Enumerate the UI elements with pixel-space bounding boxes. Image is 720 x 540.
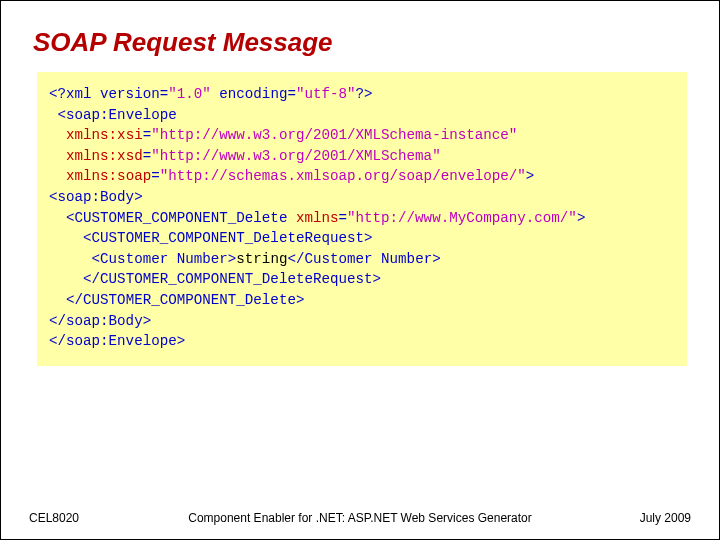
t: [49, 107, 58, 123]
t: xmlns: [296, 210, 339, 226]
t: </soap:Body>: [49, 313, 151, 329]
t: <CUSTOMER_COMPONENT_DeleteRequest>: [83, 230, 372, 246]
t: [49, 230, 83, 246]
t: </CUSTOMER_COMPONENT_Delete>: [66, 292, 304, 308]
t: <?xml version=: [49, 86, 168, 102]
t: string: [236, 251, 287, 267]
t: [49, 148, 66, 164]
footer-left: CEL8020: [29, 511, 79, 525]
t: >: [526, 168, 535, 184]
t: <soap:Body>: [49, 189, 143, 205]
t: ?>: [356, 86, 373, 102]
t: "1.0": [168, 86, 211, 102]
t: encoding=: [211, 86, 296, 102]
t: =: [151, 168, 160, 184]
slide-title: SOAP Request Message: [33, 27, 691, 58]
slide: SOAP Request Message <?xml version="1.0"…: [0, 0, 720, 540]
footer: CEL8020 Component Enabler for .NET: ASP.…: [29, 511, 691, 525]
t: </CUSTOMER_COMPONENT_DeleteRequest>: [83, 271, 381, 287]
t: </soap:Envelope>: [49, 333, 185, 349]
t: xmlns:soap: [66, 168, 151, 184]
t: "http://www.MyCompany.com/": [347, 210, 577, 226]
t: [49, 168, 66, 184]
t: [49, 210, 66, 226]
t: </Customer Number>: [287, 251, 440, 267]
footer-center: Component Enabler for .NET: ASP.NET Web …: [29, 511, 691, 525]
t: "http://www.w3.org/2001/XMLSchema": [151, 148, 440, 164]
t: [49, 251, 92, 267]
t: =: [143, 148, 152, 164]
t: =: [143, 127, 152, 143]
footer-right: July 2009: [640, 511, 691, 525]
t: [49, 271, 83, 287]
t: [49, 292, 66, 308]
t: xmlns:xsi: [66, 127, 143, 143]
t: <CUSTOMER_COMPONENT_Delete: [66, 210, 296, 226]
t: =: [338, 210, 347, 226]
t: xmlns:xsd: [66, 148, 143, 164]
t: "utf-8": [296, 86, 356, 102]
t: <Customer Number>: [92, 251, 237, 267]
t: "http://www.w3.org/2001/XMLSchema-instan…: [151, 127, 517, 143]
t: [49, 127, 66, 143]
code-block: <?xml version="1.0" encoding="utf-8"?> <…: [37, 72, 687, 366]
t: >: [577, 210, 586, 226]
t: <soap:Envelope: [58, 107, 177, 123]
t: "http://schemas.xmlsoap.org/soap/envelop…: [160, 168, 526, 184]
